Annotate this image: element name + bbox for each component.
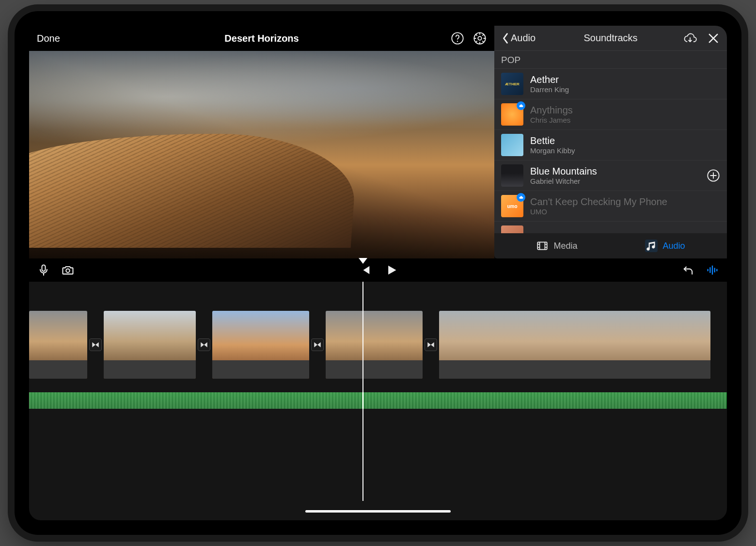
skip-back-icon[interactable] (358, 263, 372, 277)
album-art: umo (501, 195, 523, 217)
tab-media[interactable]: Media (531, 238, 582, 254)
soundtracks-panel: Audio Soundtracks POP ÆTHERAetherDarren … (494, 26, 727, 258)
svg-rect-12 (716, 269, 717, 272)
undo-icon[interactable] (681, 263, 695, 277)
track-title: Aether (530, 74, 569, 85)
back-label: Audio (511, 32, 536, 44)
track-title: Blue Mountains (530, 166, 597, 177)
tab-media-label: Media (553, 241, 577, 251)
svg-rect-6 (42, 265, 46, 272)
back-audio-button[interactable]: Audio (501, 32, 536, 45)
clip[interactable] (212, 311, 309, 379)
album-art (501, 103, 523, 126)
done-button[interactable]: Done (37, 33, 60, 44)
track-artist: Darren King (530, 85, 569, 94)
camera-icon[interactable] (61, 263, 75, 277)
transition-icon[interactable] (311, 338, 324, 351)
play-icon[interactable] (384, 263, 398, 277)
settings-gear-icon[interactable] (473, 32, 487, 45)
svg-rect-10 (712, 266, 713, 275)
track-artist: UMO (530, 208, 667, 216)
track-title: Can't Keep Checking My Phone (530, 196, 667, 208)
microphone-icon[interactable] (37, 263, 50, 277)
panel-footer-tabs: Media Audio (494, 233, 727, 258)
music-note-icon (645, 240, 658, 252)
album-art (501, 225, 523, 233)
track-row[interactable]: ÆTHERAetherDarren King (494, 69, 727, 99)
playhead[interactable] (362, 282, 363, 501)
track-artist: Morgan Kibby (530, 146, 575, 155)
album-art (501, 164, 523, 187)
tab-audio[interactable]: Audio (640, 238, 690, 254)
track-row[interactable]: BettieMorgan Kibby (494, 130, 727, 161)
album-art: ÆTHER (501, 73, 523, 95)
editor-titlebar: Done Desert Horizons (29, 26, 494, 51)
transition-icon[interactable] (89, 338, 102, 351)
track-row[interactable]: Evergreen (494, 222, 727, 233)
track-row[interactable]: umoCan't Keep Checking My PhoneUMO (494, 191, 727, 222)
home-indicator[interactable] (305, 510, 451, 513)
track-title: Anythings (530, 105, 573, 116)
svg-point-7 (66, 269, 69, 272)
transition-icon[interactable] (425, 338, 437, 351)
audio-track[interactable] (29, 392, 727, 409)
track-artist: Chris James (530, 116, 573, 124)
help-icon[interactable] (451, 32, 464, 45)
tab-audio-label: Audio (662, 241, 685, 251)
close-icon[interactable] (707, 32, 720, 45)
panel-title: Soundtracks (583, 32, 637, 44)
svg-rect-11 (714, 268, 715, 272)
svg-point-3 (478, 36, 481, 40)
cloud-badge-icon (517, 101, 525, 110)
track-row[interactable]: AnythingsChris James (494, 99, 727, 130)
clip[interactable] (104, 311, 196, 379)
svg-rect-5 (538, 242, 548, 249)
svg-rect-8 (708, 269, 709, 272)
album-art (501, 134, 523, 156)
clip[interactable] (439, 311, 710, 379)
clip[interactable] (29, 311, 87, 379)
timeline-toolbar (29, 258, 727, 282)
video-preview[interactable] (29, 51, 494, 258)
clips-row[interactable] (29, 311, 727, 379)
clip[interactable] (326, 311, 423, 379)
svg-rect-9 (709, 267, 710, 273)
svg-point-1 (457, 41, 458, 42)
download-cloud-icon[interactable] (683, 32, 697, 45)
timeline[interactable] (29, 282, 727, 520)
cloud-badge-icon (517, 193, 525, 202)
project-title: Desert Horizons (224, 33, 299, 44)
add-track-button[interactable] (707, 169, 720, 182)
track-artist: Gabriel Witcher (530, 177, 597, 185)
track-row[interactable]: Blue MountainsGabriel Witcher (494, 161, 727, 191)
track-list[interactable]: ÆTHERAetherDarren KingAnythingsChris Jam… (494, 69, 727, 233)
film-icon (536, 240, 549, 252)
section-header-pop: POP (494, 51, 727, 69)
track-title: Bettie (530, 135, 575, 146)
waveform-icon[interactable] (706, 263, 719, 277)
transition-icon[interactable] (198, 338, 210, 351)
